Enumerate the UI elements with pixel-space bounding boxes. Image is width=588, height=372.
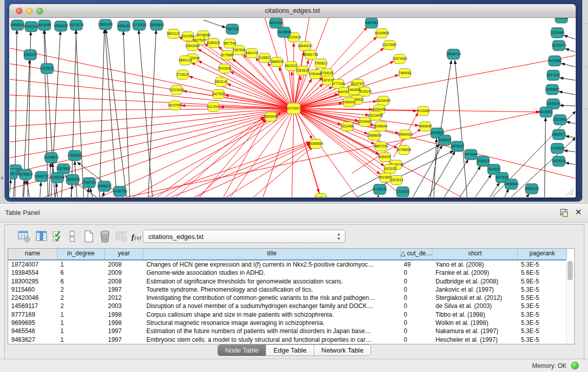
graph-node[interactable]: 12093822: [545, 84, 560, 95]
resize-grip[interactable]: [565, 187, 574, 196]
graph-node[interactable]: 2803144: [214, 77, 228, 86]
graph-node[interactable]: 9227343: [547, 70, 560, 80]
graph-node[interactable]: 17559924: [68, 150, 82, 161]
column-header-out_de[interactable]: △ out_de…: [401, 249, 432, 259]
column-header-pagerank[interactable]: pagerank: [518, 249, 567, 259]
graph-node[interactable]: 11156819: [18, 169, 33, 180]
graph-node[interactable]: 2087682: [365, 18, 378, 28]
table-row[interactable]: 946554611997Estimation of the future num…: [8, 327, 574, 335]
graph-node[interactable]: 22040461: [358, 117, 373, 126]
graph-node[interactable]: 13505115: [66, 174, 80, 185]
graph-node[interactable]: 6879197: [451, 141, 464, 151]
show-column-button[interactable]: [34, 229, 49, 244]
table-row[interactable]: 911546021997Tourette syndrome. Phenomeno…: [8, 286, 574, 294]
graph-node[interactable]: 15751074: [552, 40, 567, 51]
table-row[interactable]: 1872400712008Changes of HCN gene express…: [8, 260, 574, 269]
function-builder-button[interactable]: f(x): [129, 229, 144, 244]
graph-node[interactable]: 19654923: [398, 130, 413, 139]
graph-node[interactable]: 10136141: [373, 184, 387, 194]
graph-node[interactable]: 10719133: [132, 20, 147, 30]
graph-node[interactable]: 16210643: [553, 115, 568, 125]
graph-node[interactable]: 9915877: [10, 169, 18, 179]
graph-node[interactable]: 17016534: [550, 143, 565, 154]
graph-node[interactable]: 2935114: [477, 156, 490, 166]
delete-table-button-disabled[interactable]: [114, 229, 128, 244]
graph-node[interactable]: 16154808: [375, 29, 389, 38]
table-settings-button[interactable]: [17, 229, 31, 244]
table-row[interactable]: 946362711997Embryonic stem cells: a mode…: [8, 336, 574, 344]
graph-node[interactable]: 16782753: [113, 186, 127, 196]
graph-node[interactable]: 1513456: [341, 122, 354, 131]
close-icon[interactable]: ✕: [575, 208, 582, 217]
graph-node[interactable]: 7462656: [347, 85, 361, 95]
graph-node[interactable]: 9890123: [179, 56, 192, 65]
select-all-button[interactable]: [51, 229, 65, 244]
scrollbar-thumb[interactable]: [568, 261, 573, 280]
graph-node[interactable]: 16083803: [149, 20, 164, 30]
tab-edge-table[interactable]: Edge Table: [266, 345, 314, 356]
graph-node[interactable]: 1615152: [383, 164, 397, 173]
graph-node[interactable]: 2718120: [176, 70, 189, 79]
unselect-all-button[interactable]: [65, 229, 79, 244]
graph-node[interactable]: 10688609: [367, 131, 382, 140]
graph-node[interactable]: 16961758: [303, 50, 318, 59]
graph-node[interactable]: 8186328: [207, 38, 220, 48]
graph-node[interactable]: 9790448: [309, 70, 322, 79]
graph-node[interactable]: 7955812: [314, 59, 328, 68]
graph-node[interactable]: 9915446: [38, 20, 51, 30]
graph-node[interactable]: 18724007: [287, 103, 301, 114]
collapse-arrow-icon[interactable]: [1, 176, 3, 180]
tab-node-table[interactable]: Node Table: [218, 345, 267, 356]
graph-node[interactable]: 9129966: [548, 56, 561, 66]
graph-node[interactable]: 19154462: [376, 96, 391, 105]
graph-node[interactable]: 1733426: [396, 187, 409, 197]
left-splitter-strip[interactable]: [0, 0, 5, 203]
new-table-button[interactable]: [81, 229, 96, 244]
table-vertical-scrollbar[interactable]: [566, 259, 574, 344]
network-window[interactable]: citations_edges.txt 18724007860112389129…: [9, 4, 576, 198]
graph-node[interactable]: 15652123: [525, 184, 539, 194]
graph-node[interactable]: 2522514: [390, 176, 403, 185]
table-row[interactable]: 2242004622012Investigating the contribut…: [8, 294, 574, 302]
graph-node[interactable]: 12213967: [382, 40, 397, 50]
graph-node[interactable]: 8601123: [167, 29, 180, 38]
graph-node[interactable]: 7485083: [398, 69, 411, 78]
graph-node[interactable]: 11120440: [550, 28, 564, 38]
graph-node[interactable]: 11675221: [40, 63, 55, 74]
graph-node[interactable]: 10543382: [185, 41, 200, 51]
graph-node[interactable]: 9084067: [378, 152, 391, 162]
column-header-in_degree[interactable]: in_degree: [57, 249, 105, 259]
graph-node[interactable]: 18640910: [298, 41, 313, 51]
graph-node[interactable]: 8096544: [374, 122, 387, 131]
graph-node[interactable]: 9242848: [218, 64, 231, 73]
float-panel-icon[interactable]: [559, 208, 569, 217]
graph-node[interactable]: 18107554: [168, 101, 183, 110]
column-header-year[interactable]: year: [105, 249, 143, 259]
graph-node[interactable]: 2436441: [342, 98, 356, 107]
graph-node[interactable]: 9117044: [315, 193, 328, 197]
column-header-short[interactable]: short: [432, 249, 518, 259]
graph-node[interactable]: 18300295: [264, 112, 278, 121]
tab-network-table[interactable]: Network Table: [314, 345, 371, 356]
table-row[interactable]: 1830029562008Estimation of significance …: [8, 277, 574, 286]
graph-node[interactable]: 17957253: [82, 178, 97, 188]
graph-node[interactable]: 9777169: [332, 79, 345, 89]
graph-node[interactable]: 8938923: [438, 135, 451, 145]
graph-node[interactable]: 9115460: [417, 106, 430, 116]
graph-node[interactable]: 19218586: [277, 27, 292, 37]
graph-node[interactable]: 18807293: [374, 142, 388, 151]
graph-node[interactable]: 6466161: [117, 21, 130, 31]
graph-node[interactable]: 16648794: [446, 49, 461, 59]
graph-node[interactable]: 3175685: [221, 51, 234, 60]
table-row[interactable]: 977716911998Corpus callosum shape and si…: [8, 311, 574, 319]
graph-node[interactable]: 20557214: [24, 21, 39, 32]
table-row[interactable]: 969969511998Structural magnetic resonanc…: [8, 319, 574, 327]
graph-node[interactable]: 12213343: [169, 85, 184, 95]
graph-node[interactable]: 8454749: [245, 49, 258, 58]
graph-node[interactable]: 1562615: [296, 66, 309, 75]
graph-node[interactable]: 9699695: [419, 122, 432, 131]
graph-node[interactable]: 2967608: [232, 46, 246, 55]
graph-node[interactable]: 10650544: [504, 179, 519, 189]
right-panel-edge[interactable]: [582, 0, 588, 203]
network-canvas[interactable]: 1872400786011238912954182260589827509818…: [10, 18, 575, 197]
